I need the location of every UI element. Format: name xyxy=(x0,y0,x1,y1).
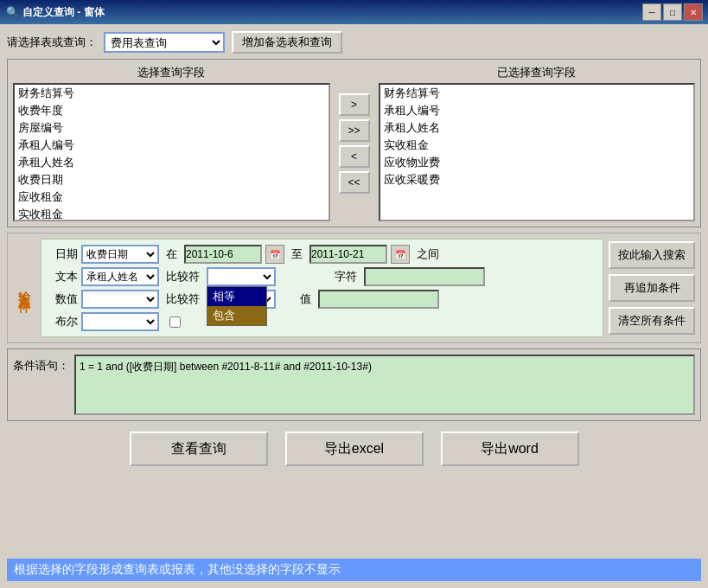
text-field-select[interactable]: 承租人姓名 xyxy=(81,267,159,286)
titlebar-buttons: ─ □ ✕ xyxy=(642,3,703,21)
right-field-title: 已选择查询字段 xyxy=(379,65,696,80)
export-word-button[interactable]: 导出word xyxy=(441,431,579,466)
calendar-to-button[interactable]: 📅 xyxy=(391,245,410,264)
left-field-item[interactable]: 承租人编号 xyxy=(15,137,328,154)
right-field-item[interactable]: 承租人编号 xyxy=(380,102,694,119)
right-field-item[interactable]: 实收租金 xyxy=(380,137,694,154)
conditions-vertical-label: 输入条件 xyxy=(13,239,35,337)
date-label: 日期 xyxy=(47,246,78,262)
number-value-input[interactable] xyxy=(318,290,439,309)
green-conditions-area: 日期 收费日期 在 📅 至 📅 之间 文本 承租人姓名 比较符 xyxy=(41,239,603,337)
status-bar: 根据选择的字段形成查询表或报表，其他没选择的字段不显示 xyxy=(7,559,701,581)
maximize-button[interactable]: □ xyxy=(663,3,682,21)
date-from-input[interactable] xyxy=(184,245,262,264)
sentence-area: 条件语句： xyxy=(7,348,701,421)
window-body: 请选择表或查询： 费用表查询 增加备选表和查询 选择查询字段 财务结算号收费年度… xyxy=(0,24,708,588)
titlebar: 🔍 自定义查询 - 窗体 ─ □ ✕ xyxy=(0,0,708,24)
right-field-section: 已选择查询字段 财务结算号承租人编号承租人姓名实收租金应收物业费应收采暖费 xyxy=(379,65,696,221)
right-field-item[interactable]: 应收采暖费 xyxy=(380,171,694,189)
minimize-button[interactable]: ─ xyxy=(642,3,661,21)
top-row: 请选择表或查询： 费用表查询 增加备选表和查询 xyxy=(7,31,701,54)
add-all-button[interactable]: >> xyxy=(339,119,370,142)
bool-field-select[interactable] xyxy=(81,312,159,331)
date-in-label: 在 xyxy=(163,246,181,262)
sentence-label: 条件语句： xyxy=(13,355,69,374)
search-button[interactable]: 按此输入搜索 xyxy=(609,241,695,269)
left-field-item[interactable]: 实收租金 xyxy=(15,206,328,221)
table-select-label: 请选择表或查询： xyxy=(7,35,97,50)
compare-dropdown-list: 相等 包含 xyxy=(207,286,267,326)
bool-checkbox[interactable] xyxy=(169,316,181,328)
action-buttons-panel: 按此输入搜索 再追加条件 清空所有条件 xyxy=(609,239,695,337)
compare-option-contain[interactable]: 包含 xyxy=(207,306,266,325)
left-field-item[interactable]: 财务结算号 xyxy=(15,85,328,102)
compare-label-number: 比较符 xyxy=(163,291,203,307)
add-condition-button[interactable]: 再追加条件 xyxy=(609,274,695,302)
left-field-title: 选择查询字段 xyxy=(13,65,330,80)
number-condition-row: 数值 比较符 值 xyxy=(47,290,597,309)
left-field-item[interactable]: 应收租金 xyxy=(15,189,328,206)
conditions-section: 输入条件 日期 收费日期 在 📅 至 📅 之间 文本 承租人姓名 比较符 xyxy=(7,233,701,343)
titlebar-icon: 🔍 xyxy=(5,5,19,19)
arrow-buttons: > >> < << xyxy=(334,65,375,221)
right-field-item[interactable]: 财务结算号 xyxy=(380,85,694,102)
titlebar-title: 自定义查询 - 窗体 xyxy=(22,5,642,20)
clear-conditions-button[interactable]: 清空所有条件 xyxy=(609,307,695,335)
left-field-item[interactable]: 收费年度 xyxy=(15,102,328,119)
date-to-label: 至 xyxy=(288,246,306,262)
char-label: 字符 xyxy=(331,269,360,284)
field-area: 选择查询字段 财务结算号收费年度房屋编号承租人编号承租人姓名收费日期应收租金实收… xyxy=(7,59,701,227)
close-button[interactable]: ✕ xyxy=(684,3,703,21)
between-label: 之间 xyxy=(413,246,443,262)
text-condition-row: 文本 承租人姓名 比较符 相等 包含 字符 xyxy=(47,267,597,286)
left-field-item[interactable]: 房屋编号 xyxy=(15,119,328,137)
right-field-item[interactable]: 承租人姓名 xyxy=(380,119,694,137)
compare-label-text: 比较符 xyxy=(163,269,203,284)
view-query-button[interactable]: 查看查询 xyxy=(130,431,268,466)
number-field-select[interactable] xyxy=(81,290,159,309)
bool-condition-row: 布尔 xyxy=(47,312,597,331)
remove-all-button[interactable]: << xyxy=(339,171,370,194)
calendar-from-button[interactable]: 📅 xyxy=(265,245,284,264)
left-field-listbox[interactable]: 财务结算号收费年度房屋编号承租人编号承租人姓名收费日期应收租金实收租金应收物业费… xyxy=(13,83,330,221)
add-one-button[interactable]: > xyxy=(339,93,370,116)
right-field-listbox[interactable]: 财务结算号承租人编号承租人姓名实收租金应收物业费应收采暖费 xyxy=(379,83,696,221)
text-label: 文本 xyxy=(47,269,78,284)
export-excel-button[interactable]: 导出excel xyxy=(285,431,424,466)
left-field-section: 选择查询字段 财务结算号收费年度房屋编号承租人编号承租人姓名收费日期应收租金实收… xyxy=(13,65,330,221)
add-table-button[interactable]: 增加备选表和查询 xyxy=(232,31,342,54)
date-condition-row: 日期 收费日期 在 📅 至 📅 之间 xyxy=(47,245,597,264)
compare-select-text[interactable] xyxy=(207,267,276,286)
left-field-item[interactable]: 收费日期 xyxy=(15,171,328,189)
compare-option-equal[interactable]: 相等 xyxy=(207,287,266,306)
bottom-buttons: 查看查询 导出excel 导出word xyxy=(7,426,701,471)
date-to-input[interactable] xyxy=(309,245,387,264)
left-field-item[interactable]: 承租人姓名 xyxy=(15,154,328,171)
number-label: 数值 xyxy=(47,291,78,307)
right-field-item[interactable]: 应收物业费 xyxy=(380,154,694,171)
char-input[interactable] xyxy=(364,267,485,286)
bool-label: 布尔 xyxy=(47,314,78,329)
table-select[interactable]: 费用表查询 xyxy=(104,32,225,53)
date-field-select[interactable]: 收费日期 xyxy=(81,245,159,264)
compare-dropdown-wrapper: 相等 包含 xyxy=(207,267,276,286)
remove-one-button[interactable]: < xyxy=(339,145,370,168)
value-label: 值 xyxy=(297,291,315,307)
sentence-textarea[interactable] xyxy=(74,355,695,415)
